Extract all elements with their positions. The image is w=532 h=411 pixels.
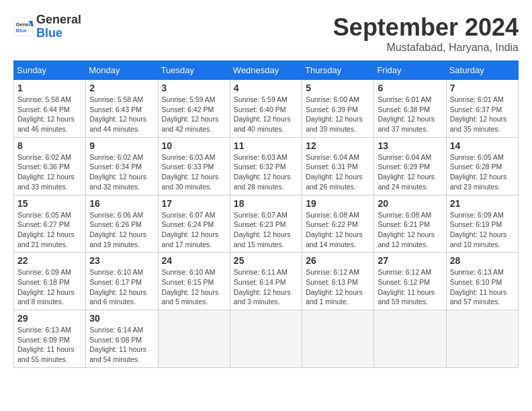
day-number: 18: [234, 198, 298, 209]
day-cell-13: 13Sunrise: 6:04 AM Sunset: 6:29 PM Dayli…: [374, 137, 446, 195]
day-cell-16: 16Sunrise: 6:06 AM Sunset: 6:26 PM Dayli…: [86, 195, 158, 253]
day-header-friday: Friday: [374, 61, 446, 80]
day-number: 27: [378, 255, 442, 266]
day-cell-25: 25Sunrise: 6:11 AM Sunset: 6:14 PM Dayli…: [230, 253, 302, 310]
day-number: 17: [162, 198, 226, 209]
day-number: 22: [17, 255, 82, 266]
calendar-table: SundayMondayTuesdayWednesdayThursdayFrid…: [13, 60, 519, 368]
calendar-week-2: 8Sunrise: 6:02 AM Sunset: 6:36 PM Daylig…: [14, 137, 519, 195]
day-number: 16: [89, 198, 154, 209]
day-info: Sunrise: 6:05 AM Sunset: 6:28 PM Dayligh…: [450, 152, 515, 192]
day-info: Sunrise: 6:05 AM Sunset: 6:27 PM Dayligh…: [17, 210, 82, 250]
day-info: Sunrise: 6:03 AM Sunset: 6:32 PM Dayligh…: [234, 152, 298, 192]
day-info: Sunrise: 6:02 AM Sunset: 6:36 PM Dayligh…: [17, 152, 82, 192]
day-cell-26: 26Sunrise: 6:12 AM Sunset: 6:13 PM Dayli…: [302, 253, 374, 310]
day-info: Sunrise: 6:02 AM Sunset: 6:34 PM Dayligh…: [89, 152, 154, 192]
day-info: Sunrise: 6:00 AM Sunset: 6:39 PM Dayligh…: [306, 95, 370, 134]
day-number: 23: [89, 255, 154, 266]
day-number: 19: [306, 198, 370, 209]
day-info: Sunrise: 6:12 AM Sunset: 6:12 PM Dayligh…: [378, 267, 442, 307]
day-cell-3: 3Sunrise: 5:59 AM Sunset: 6:42 PM Daylig…: [158, 80, 230, 138]
day-number: 4: [234, 83, 298, 93]
day-info: Sunrise: 6:07 AM Sunset: 6:23 PM Dayligh…: [234, 210, 298, 250]
day-cell-28: 28Sunrise: 6:13 AM Sunset: 6:10 PM Dayli…: [446, 253, 518, 310]
day-number: 9: [89, 140, 154, 151]
day-number: 7: [450, 83, 515, 93]
day-cell-5: 5Sunrise: 6:00 AM Sunset: 6:39 PM Daylig…: [302, 80, 374, 138]
day-number: 21: [450, 198, 515, 209]
calendar-week-4: 22Sunrise: 6:09 AM Sunset: 6:18 PM Dayli…: [14, 253, 519, 310]
calendar-week-5: 29Sunrise: 6:13 AM Sunset: 6:09 PM Dayli…: [14, 310, 519, 368]
day-info: Sunrise: 5:58 AM Sunset: 6:44 PM Dayligh…: [17, 95, 82, 134]
day-number: 6: [378, 83, 442, 93]
location: Mustafabad, Haryana, India: [333, 42, 519, 54]
day-header-wednesday: Wednesday: [230, 61, 302, 80]
day-cell-24: 24Sunrise: 6:10 AM Sunset: 6:15 PM Dayli…: [158, 253, 230, 310]
empty-cell: [158, 310, 230, 368]
day-header-sunday: Sunday: [14, 61, 86, 80]
empty-cell: [446, 310, 518, 368]
day-info: Sunrise: 6:10 AM Sunset: 6:15 PM Dayligh…: [162, 267, 226, 307]
day-cell-6: 6Sunrise: 6:01 AM Sunset: 6:38 PM Daylig…: [374, 80, 446, 138]
day-cell-8: 8Sunrise: 6:02 AM Sunset: 6:36 PM Daylig…: [14, 137, 86, 195]
day-header-saturday: Saturday: [446, 61, 518, 80]
month-title: September 2024: [333, 13, 519, 42]
day-number: 28: [450, 255, 515, 266]
day-number: 25: [234, 255, 298, 266]
empty-cell: [230, 310, 302, 368]
day-number: 15: [17, 198, 82, 209]
day-info: Sunrise: 6:04 AM Sunset: 6:29 PM Dayligh…: [378, 152, 442, 192]
day-cell-11: 11Sunrise: 6:03 AM Sunset: 6:32 PM Dayli…: [230, 137, 302, 195]
logo-name: General Blue: [36, 13, 81, 40]
day-cell-7: 7Sunrise: 6:01 AM Sunset: 6:37 PM Daylig…: [446, 80, 518, 138]
day-cell-21: 21Sunrise: 6:09 AM Sunset: 6:19 PM Dayli…: [446, 195, 518, 253]
day-number: 24: [162, 255, 226, 266]
day-header-tuesday: Tuesday: [158, 61, 230, 80]
day-number: 2: [89, 83, 154, 93]
day-cell-23: 23Sunrise: 6:10 AM Sunset: 6:17 PM Dayli…: [86, 253, 158, 310]
day-info: Sunrise: 6:09 AM Sunset: 6:19 PM Dayligh…: [450, 210, 515, 250]
day-cell-29: 29Sunrise: 6:13 AM Sunset: 6:09 PM Dayli…: [14, 310, 86, 368]
day-info: Sunrise: 6:08 AM Sunset: 6:21 PM Dayligh…: [378, 210, 442, 250]
day-info: Sunrise: 6:07 AM Sunset: 6:24 PM Dayligh…: [162, 210, 226, 250]
day-number: 29: [17, 313, 82, 324]
day-cell-19: 19Sunrise: 6:08 AM Sunset: 6:22 PM Dayli…: [302, 195, 374, 253]
day-cell-17: 17Sunrise: 6:07 AM Sunset: 6:24 PM Dayli…: [158, 195, 230, 253]
day-number: 11: [234, 140, 298, 151]
day-number: 10: [162, 140, 226, 151]
day-header-thursday: Thursday: [302, 61, 374, 80]
day-cell-12: 12Sunrise: 6:04 AM Sunset: 6:31 PM Dayli…: [302, 137, 374, 195]
day-cell-27: 27Sunrise: 6:12 AM Sunset: 6:12 PM Dayli…: [374, 253, 446, 310]
logo: General Blue General Blue: [13, 13, 81, 40]
day-info: Sunrise: 6:09 AM Sunset: 6:18 PM Dayligh…: [17, 267, 82, 307]
day-header-monday: Monday: [86, 61, 158, 80]
day-cell-2: 2Sunrise: 5:58 AM Sunset: 6:43 PM Daylig…: [86, 80, 158, 138]
day-info: Sunrise: 6:11 AM Sunset: 6:14 PM Dayligh…: [234, 267, 298, 307]
day-number: 30: [89, 313, 154, 324]
day-info: Sunrise: 5:59 AM Sunset: 6:42 PM Dayligh…: [162, 95, 226, 134]
day-info: Sunrise: 6:14 AM Sunset: 6:08 PM Dayligh…: [89, 325, 154, 365]
day-cell-10: 10Sunrise: 6:03 AM Sunset: 6:33 PM Dayli…: [158, 137, 230, 195]
day-number: 3: [162, 83, 226, 93]
day-cell-22: 22Sunrise: 6:09 AM Sunset: 6:18 PM Dayli…: [14, 253, 86, 310]
day-cell-1: 1Sunrise: 5:58 AM Sunset: 6:44 PM Daylig…: [14, 80, 86, 138]
title-area: September 2024 Mustafabad, Haryana, Indi…: [333, 13, 519, 54]
day-info: Sunrise: 6:01 AM Sunset: 6:37 PM Dayligh…: [450, 95, 515, 134]
calendar-week-3: 15Sunrise: 6:05 AM Sunset: 6:27 PM Dayli…: [14, 195, 519, 253]
day-cell-20: 20Sunrise: 6:08 AM Sunset: 6:21 PM Dayli…: [374, 195, 446, 253]
empty-cell: [374, 310, 446, 368]
day-info: Sunrise: 6:03 AM Sunset: 6:33 PM Dayligh…: [162, 152, 226, 192]
day-number: 14: [450, 140, 515, 151]
day-number: 8: [17, 140, 82, 151]
day-info: Sunrise: 6:10 AM Sunset: 6:17 PM Dayligh…: [89, 267, 154, 307]
empty-cell: [302, 310, 374, 368]
calendar-week-1: 1Sunrise: 5:58 AM Sunset: 6:44 PM Daylig…: [14, 80, 519, 138]
day-info: Sunrise: 6:04 AM Sunset: 6:31 PM Dayligh…: [306, 152, 370, 192]
day-info: Sunrise: 6:06 AM Sunset: 6:26 PM Dayligh…: [89, 210, 154, 250]
day-info: Sunrise: 5:59 AM Sunset: 6:40 PM Dayligh…: [234, 95, 298, 134]
day-number: 13: [378, 140, 442, 151]
day-number: 26: [306, 255, 370, 266]
day-number: 5: [306, 83, 370, 93]
day-cell-15: 15Sunrise: 6:05 AM Sunset: 6:27 PM Dayli…: [14, 195, 86, 253]
day-info: Sunrise: 6:13 AM Sunset: 6:09 PM Dayligh…: [17, 325, 82, 365]
